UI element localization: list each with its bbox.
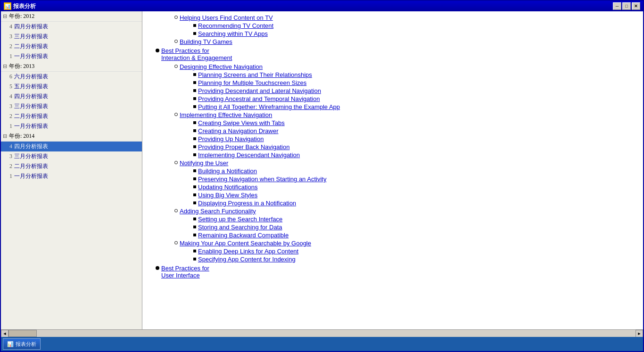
- link-best-practices-interaction[interactable]: Best Practices forInteraction & Engageme…: [161, 47, 232, 61]
- link-helping-users-tv[interactable]: Helping Users Find Content on TV: [180, 14, 273, 21]
- link-making-searchable[interactable]: Making Your App Content Searchable by Go…: [180, 240, 311, 247]
- link-searching-tv[interactable]: Searching within TV Apps: [198, 30, 268, 37]
- link-providing-ancestral[interactable]: Providing Ancestral and Temporal Navigat…: [198, 95, 320, 102]
- item-num: 2: [5, 43, 12, 50]
- taskbar-label: 报表分析: [16, 341, 36, 348]
- list-item[interactable]: 2 二月分析报表: [1, 111, 142, 121]
- link-adding-search[interactable]: Adding Search Functionality: [180, 208, 256, 215]
- bullet-circle-icon: [174, 113, 178, 116]
- outline-item-level3: Implementing Descendant Navigation: [146, 151, 639, 159]
- item-num: 6: [5, 73, 12, 80]
- item-label: 三月分析报表: [14, 102, 48, 110]
- link-providing-descendant[interactable]: Providing Descendant and Lateral Navigat…: [198, 87, 321, 94]
- scrollbar-track[interactable]: [8, 330, 636, 337]
- list-item[interactable]: 4 四月分析报表: [1, 92, 142, 101]
- link-providing-back[interactable]: Providing Proper Back Navigation: [198, 143, 289, 151]
- link-implementing-nav[interactable]: Implementing Effective Navigation: [180, 111, 272, 118]
- bullet-square-icon: [193, 97, 196, 100]
- outline-item-level2: Helping Users Find Content on TV: [146, 14, 639, 21]
- toggle-2013[interactable]: ⊟: [3, 63, 7, 69]
- link-designing-nav[interactable]: Designing Effective Navigation: [180, 63, 263, 70]
- taskbar-button[interactable]: 📊 报表分析: [3, 338, 41, 350]
- bullet-circle-icon: [174, 161, 178, 164]
- toggle-2012[interactable]: ⊟: [3, 13, 7, 19]
- bullet-square-icon: [193, 258, 196, 260]
- link-building-tv-games[interactable]: Building TV Games: [180, 38, 232, 45]
- item-label: 三月分析报表: [14, 33, 48, 41]
- outline-item-level3: Storing and Searching for Data: [146, 224, 639, 231]
- link-preserving-nav[interactable]: Preserving Navigation when Starting an A…: [198, 176, 326, 183]
- outline-item-level3: Recommending TV Content: [146, 22, 639, 29]
- outline-item-level3: Creating Swipe Views with Tabs: [146, 119, 639, 126]
- link-planning-touchscreen[interactable]: Planning for Multiple Touchscreen Sizes: [198, 79, 306, 86]
- main-area: ⊟ 年份: 2012 4 四月分析报表 3 三月分析报表 2 二月分析报表 1: [1, 11, 643, 329]
- tree-group-2012[interactable]: ⊟ 年份: 2012: [1, 11, 142, 22]
- item-num: 5: [5, 83, 12, 90]
- item-label: 四月分析报表: [14, 23, 48, 31]
- tree-section-2014: ⊟ 年份: 2014 4 四月分析报表 3 三月分析报表 2 二月分析报表 1: [1, 131, 142, 181]
- link-best-practices-ui[interactable]: Best Practices forUser Interface: [161, 265, 209, 279]
- list-item[interactable]: 3 三月分析报表: [1, 151, 142, 161]
- list-item[interactable]: 4 四月分析报表: [1, 22, 142, 32]
- list-item[interactable]: 1 一月分析报表: [1, 171, 142, 181]
- tree-group-2014[interactable]: ⊟ 年份: 2014: [1, 131, 142, 142]
- item-num: 4: [5, 23, 12, 30]
- list-item[interactable]: 2 二月分析报表: [1, 161, 142, 171]
- outline-item-level3: Displaying Progress in a Notification: [146, 200, 639, 207]
- link-creating-drawer[interactable]: Creating a Navigation Drawer: [198, 127, 279, 134]
- link-providing-up[interactable]: Providing Up Navigation: [198, 135, 264, 142]
- list-item[interactable]: 2 二月分析报表: [1, 42, 142, 51]
- outline-item-level2: Designing Effective Navigation: [146, 63, 639, 70]
- outline-item-level3: Using Big View Styles: [146, 192, 639, 199]
- tree-group-2013[interactable]: ⊟ 年份: 2013: [1, 61, 142, 72]
- link-storing-searching[interactable]: Storing and Searching for Data: [198, 224, 282, 231]
- link-using-big-view[interactable]: Using Big View Styles: [198, 192, 257, 199]
- link-recommending-tv[interactable]: Recommending TV Content: [198, 22, 273, 29]
- taskbar: 📊 报表分析: [1, 337, 643, 351]
- item-label: 一月分析报表: [14, 52, 48, 60]
- item-num: 1: [5, 173, 12, 180]
- close-button[interactable]: ✕: [632, 2, 640, 10]
- scrollbar-thumb[interactable]: [8, 330, 37, 337]
- item-num: 2: [5, 113, 12, 120]
- bullet-filled-icon: [156, 266, 159, 270]
- link-implementing-descendant[interactable]: Implementing Descendant Navigation: [198, 151, 300, 159]
- link-specifying-app-content[interactable]: Specifying App Content for Indexing: [198, 256, 296, 263]
- link-remaining-backward[interactable]: Remaining Backward Compatible: [198, 232, 289, 239]
- toggle-2014[interactable]: ⊟: [3, 133, 7, 139]
- bullet-circle-icon: [174, 209, 178, 212]
- list-item[interactable]: 5 五月分析报表: [1, 82, 142, 92]
- list-item[interactable]: 1 一月分析报表: [1, 121, 142, 131]
- bullet-square-icon: [193, 226, 196, 228]
- main-window: 📊 报表分析 ─ □ ✕ ⊟ 年份: 2012 4 四月分析报表: [0, 0, 644, 352]
- title-buttons: ─ □ ✕: [613, 2, 640, 10]
- link-setting-up-search[interactable]: Setting up the Search Interface: [198, 216, 282, 223]
- link-putting-together[interactable]: Putting it All Together: Wireframing the…: [198, 103, 340, 110]
- outline-item-level3: Providing Up Navigation: [146, 135, 639, 142]
- link-planning-screens[interactable]: Planning Screens and Their Relationships: [198, 71, 312, 78]
- bullet-filled-icon: [156, 49, 159, 52]
- list-item[interactable]: 1 一月分析报表: [1, 51, 142, 61]
- link-building-notification[interactable]: Building a Notification: [198, 168, 257, 175]
- maximize-button[interactable]: □: [622, 2, 631, 10]
- item-num: 4: [5, 143, 12, 150]
- link-notifying-user[interactable]: Notifying the User: [180, 159, 228, 167]
- scroll-right-button[interactable]: ►: [636, 330, 643, 337]
- item-label: 三月分析报表: [14, 152, 48, 160]
- title-bar-left: 📊 报表分析: [4, 2, 36, 10]
- minimize-button[interactable]: ─: [613, 2, 621, 10]
- link-displaying-progress[interactable]: Displaying Progress in a Notification: [198, 200, 296, 207]
- list-item[interactable]: 4 四月分析报表: [1, 142, 142, 151]
- item-label: 二月分析报表: [14, 42, 48, 50]
- link-creating-swipe[interactable]: Creating Swipe Views with Tabs: [198, 119, 285, 126]
- scroll-left-button[interactable]: ◄: [1, 330, 8, 337]
- list-item[interactable]: 3 三月分析报表: [1, 32, 142, 42]
- bullet-square-icon: [193, 81, 196, 84]
- outline-item-level2: Building TV Games: [146, 38, 639, 45]
- bullet-circle-icon: [174, 65, 178, 68]
- bullet-circle-icon: [174, 241, 178, 244]
- list-item[interactable]: 6 六月分析报表: [1, 72, 142, 82]
- link-enabling-deep-links[interactable]: Enabling Deep Links for App Content: [198, 248, 298, 255]
- list-item[interactable]: 3 三月分析报表: [1, 101, 142, 111]
- link-updating-notifications[interactable]: Updating Notifications: [198, 184, 257, 191]
